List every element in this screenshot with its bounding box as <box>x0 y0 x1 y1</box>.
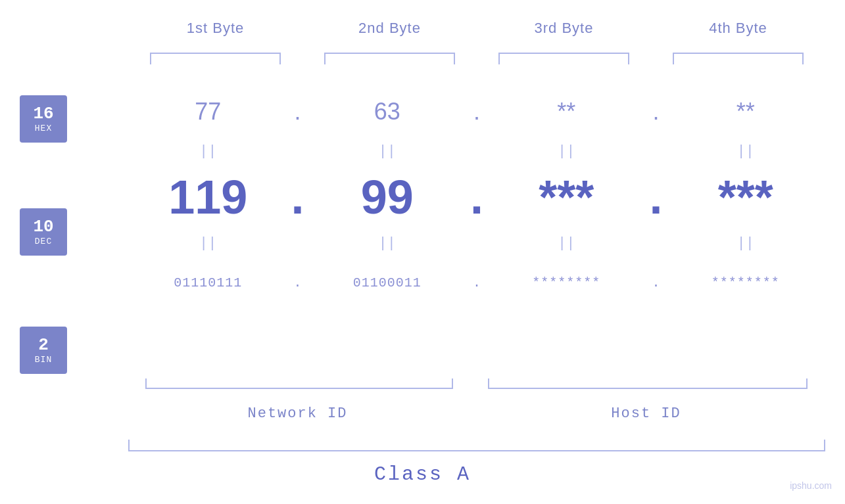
watermark: ipshu.com <box>790 480 832 491</box>
pipe-1-3: || <box>487 143 646 160</box>
bin-row: 01110111 . 01100011 . ******** . *******… <box>128 256 825 309</box>
bin-byte-2: 01100011 <box>308 275 468 290</box>
bin-dot-1: . <box>288 275 308 290</box>
pipe-2-3: || <box>487 235 646 252</box>
hex-byte-2: 63 <box>308 98 468 126</box>
pipe-2-1: || <box>128 235 288 252</box>
dec-dot-2: . <box>467 170 487 224</box>
hex-byte-1: 77 <box>128 98 288 126</box>
bin-badge: 2 BIN <box>20 327 67 374</box>
host-bracket-container <box>470 378 825 389</box>
hex-num: 16 <box>33 104 53 124</box>
dec-byte-2: 99 <box>308 170 468 224</box>
pipe-1-1: || <box>128 143 288 160</box>
byte-header-4: 4th Byte <box>651 20 825 37</box>
hex-byte-3: ** <box>487 98 646 126</box>
pipe-1-2: || <box>308 143 468 160</box>
class-label: Class A <box>0 463 845 486</box>
bin-num: 2 <box>38 336 49 355</box>
bin-dot-2: . <box>467 275 487 290</box>
dec-dot-3: . <box>646 170 666 224</box>
hex-dot-2: . <box>467 98 487 126</box>
bin-label: BIN <box>35 355 52 365</box>
pipe-row-1: || || || || <box>128 138 825 164</box>
dec-byte-3: *** <box>487 170 646 224</box>
network-id-label: Network ID <box>128 405 467 422</box>
dec-byte-4: *** <box>666 170 826 224</box>
bin-byte-1: 01110111 <box>128 275 288 290</box>
host-id-label: Host ID <box>467 405 825 422</box>
hex-row: 77 . 63 . ** . ** <box>128 85 825 138</box>
byte-header-2: 2nd Byte <box>302 20 477 37</box>
top-bracket-4 <box>651 53 825 64</box>
dec-row: 119 . 99 . *** . *** <box>128 164 825 230</box>
bottom-bracket-containers <box>128 378 825 389</box>
network-bracket-line <box>145 378 453 389</box>
id-labels: Network ID Host ID <box>128 405 825 422</box>
pipe-1-4: || <box>666 143 826 160</box>
dec-byte-1: 119 <box>128 170 288 224</box>
hex-dot-3: . <box>646 98 666 126</box>
host-bracket-line <box>488 378 808 389</box>
main-container: 1st Byte 2nd Byte 3rd Byte 4th Byte 16 H… <box>0 0 845 504</box>
hex-label: HEX <box>35 124 52 133</box>
pipe-row-2: || || || || <box>128 230 825 256</box>
byte-header-1: 1st Byte <box>128 20 302 37</box>
bin-dot-3: . <box>646 275 666 290</box>
dec-badge: 10 DEC <box>20 208 67 256</box>
byte-headers: 1st Byte 2nd Byte 3rd Byte 4th Byte <box>128 20 825 37</box>
dec-num: 10 <box>33 218 53 237</box>
top-bracket-3 <box>477 53 651 64</box>
hex-byte-4: ** <box>666 98 826 126</box>
top-bracket-2 <box>302 53 477 64</box>
top-bracket-1 <box>128 53 302 64</box>
bin-byte-4: ******** <box>666 275 826 290</box>
dec-dot-1: . <box>288 170 308 224</box>
base-labels: 16 HEX 10 DEC 2 BIN <box>20 95 67 374</box>
pipe-2-2: || <box>308 235 468 252</box>
hex-dot-1: . <box>288 98 308 126</box>
top-brackets <box>128 53 825 64</box>
pipe-2-4: || <box>666 235 826 252</box>
byte-header-3: 3rd Byte <box>477 20 651 37</box>
rows-container: 77 . 63 . ** . ** || || || || 119 . 99 .… <box>128 85 825 309</box>
dec-label: DEC <box>35 237 52 246</box>
bin-byte-3: ******** <box>487 275 646 290</box>
network-bracket-container <box>128 378 470 389</box>
hex-badge: 16 HEX <box>20 95 67 143</box>
bottom-big-bracket <box>128 440 825 451</box>
